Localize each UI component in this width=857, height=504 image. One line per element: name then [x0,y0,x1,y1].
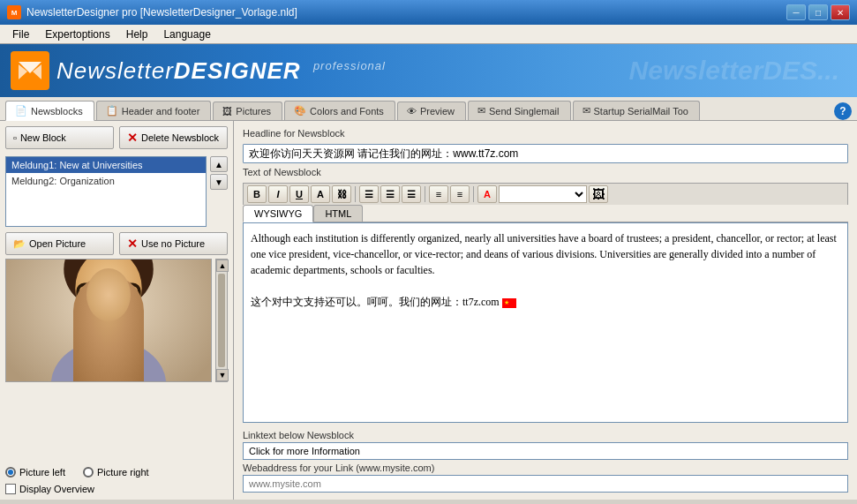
tab-colors-fonts[interactable]: 🎨 Colors and Fonts [284,101,395,120]
header-watermark: NewsletterDES... [629,56,839,86]
display-overview-label: Display Overview [19,484,94,494]
tab-header-footer-icon: 📋 [106,105,118,117]
preview-scroll-down[interactable]: ▼ [216,369,229,381]
link-button[interactable]: ⛓ [332,185,351,203]
picture-position: Picture left Picture right [5,467,228,478]
newsblock-list[interactable]: Meldung1: New at Universities Meldung2: … [5,156,207,227]
list-button[interactable]: ≡ [429,185,448,203]
flag-cn: ★ [502,298,516,308]
numbered-list-button[interactable]: ≡ [450,185,470,203]
radio-right-label: Picture right [97,467,149,478]
tab-header-footer[interactable]: 📋 Header and footer [96,101,212,120]
headline-label: Headline for Newsblock [243,128,848,139]
tab-bar: 📄 Newsblocks 📋 Header and footer 🖼 Pictu… [0,97,857,121]
radio-picture-right[interactable]: Picture right [83,467,149,478]
newsblock-item-0[interactable]: Meldung1: New at Universities [6,157,206,173]
color-button[interactable]: A [477,185,497,203]
align-right-button[interactable]: ☰ [402,185,421,203]
tab-startup-serialmail-icon: ✉ [583,105,590,117]
new-block-icon: ▫ [13,132,17,143]
newsblock-list-container: Meldung1: New at Universities Meldung2: … [5,156,228,227]
align-center-button[interactable]: ☰ [380,185,400,203]
menu-help[interactable]: Help [119,26,155,42]
tab-preview-icon: 👁 [407,106,417,117]
new-block-button[interactable]: ▫ New Block [5,126,114,149]
picture-preview [5,259,212,382]
image-icon: 🖼 [592,187,605,201]
radio-picture-left[interactable]: Picture left [5,467,65,478]
tab-pictures-label: Pictures [236,106,271,117]
toolbar-separator-2 [425,186,425,202]
preview-scroll-thumb[interactable] [218,274,225,367]
editor-toolbar: B I U A ⛓ ☰ ☰ ☰ ≡ ≡ A 🖼 [243,183,848,205]
font-select[interactable] [499,185,587,203]
app-subtitle: professional [313,59,386,72]
tab-wysiwyg[interactable]: WYSIWYG [243,205,313,222]
scroll-down-button[interactable]: ▼ [210,174,228,190]
main-content: ▫ New Block ✕ Delete Newsblock Meldung1:… [0,121,857,500]
menu-language[interactable]: Language [156,26,217,42]
logo-icon [11,51,49,90]
underline-button[interactable]: U [289,185,309,203]
app-logo: NewsletterDESIGNER professional [11,51,386,90]
svg-rect-13 [128,295,139,327]
editor-tabs: WYSIWYG HTML [243,205,848,222]
align-left-button[interactable]: ☰ [359,185,379,203]
toolbar-extra-button[interactable]: 🖼 [589,185,608,203]
svg-rect-7 [78,284,103,302]
webaddress-input[interactable] [243,475,848,493]
list-scroll-controls: ▲ ▼ [210,156,228,227]
maximize-button[interactable]: □ [808,4,828,20]
close-button[interactable]: ✕ [831,4,850,20]
tab-newsblocks[interactable]: 📄 Newsblocks [5,101,94,121]
preview-scrollbar[interactable]: ▲ ▼ [215,259,228,382]
tab-send-singlemail-icon: ✉ [477,105,485,117]
tab-preview[interactable]: 👁 Preview [397,102,466,120]
webaddress-label: Webaddress for your Link (www.mysite.com… [243,463,848,473]
tab-send-singlemail-label: Send Singlemail [489,106,560,117]
use-no-picture-button[interactable]: ✕ Use no Picture [119,232,228,255]
picture-buttons: 📂 Open Picture ✕ Use no Picture [5,232,228,255]
italic-button[interactable]: I [268,185,288,203]
tab-newsblocks-icon: 📄 [15,105,27,117]
editor-area[interactable]: Although each institution is differently… [243,222,848,423]
display-overview-row: Display Overview [5,484,228,494]
linktext-input[interactable] [243,442,848,460]
link-section: Linktext below Newsblock Webaddress for … [243,430,848,493]
radio-left-label: Picture left [19,467,65,478]
minimize-button[interactable]: ─ [786,4,806,20]
preview-scroll-up[interactable]: ▲ [216,260,229,272]
scroll-up-button[interactable]: ▲ [210,156,228,172]
headline-input[interactable] [243,144,848,163]
menu-file[interactable]: File [5,26,36,42]
bold-button[interactable]: B [247,185,267,203]
display-overview-checkbox[interactable] [5,484,16,494]
radio-left-indicator [5,467,16,478]
tab-send-singlemail[interactable]: ✉ Send Singlemail [468,101,571,120]
editor-wrapper: B I U A ⛓ ☰ ☰ ☰ ≡ ≡ A 🖼 W [243,183,848,423]
folder-icon: 📂 [13,238,26,250]
svg-point-10 [103,298,114,312]
svg-rect-4 [6,260,211,381]
menu-bar: File Expertoptions Help Language [0,25,857,44]
delete-newsblock-button[interactable]: ✕ Delete Newsblock [119,126,228,149]
block-actions: ▫ New Block ✕ Delete Newsblock [5,126,228,149]
tab-newsblocks-label: Newsblocks [31,106,83,117]
tab-html[interactable]: HTML [313,205,363,222]
radio-right-indicator [83,467,94,478]
font-button[interactable]: A [311,185,330,203]
app-title: NewsletterDESIGNER professional [56,57,386,85]
delete-icon: ✕ [127,131,138,145]
open-picture-button[interactable]: 📂 Open Picture [5,232,114,255]
help-button[interactable]: ? [834,102,852,120]
left-panel: ▫ New Block ✕ Delete Newsblock Meldung1:… [0,121,234,500]
tab-startup-serialmail[interactable]: ✉ Startup SerialMail Too [573,101,700,120]
menu-expertoptions[interactable]: Expertoptions [38,26,117,42]
app-header: NewsletterDESIGNER professional Newslett… [0,44,857,97]
tab-pictures[interactable]: 🖼 Pictures [213,102,282,120]
tab-colors-fonts-label: Colors and Fonts [310,106,384,117]
app-icon: M [7,5,21,19]
toolbar-separator-1 [355,186,356,202]
newsblock-item-1[interactable]: Meldung2: Organization [6,173,206,189]
title-bar: M NewsletterDesigner pro [NewsletterDesi… [0,0,857,25]
